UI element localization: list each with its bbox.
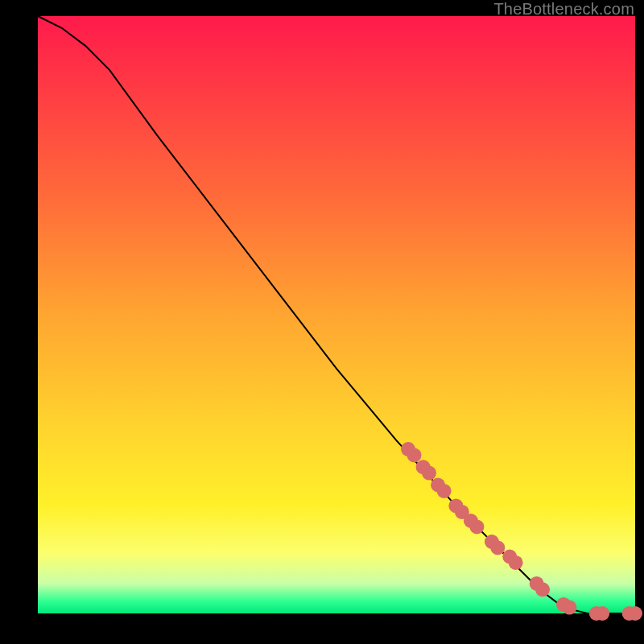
plot-area: [38, 16, 635, 613]
data-point: [422, 466, 436, 481]
data-point: [595, 606, 609, 621]
data-point: [535, 582, 550, 597]
data-point: [628, 606, 642, 621]
data-point: [407, 448, 422, 462]
data-point: [469, 519, 484, 534]
chart-frame: TheBottleneck.com: [0, 0, 644, 644]
data-point: [562, 601, 576, 615]
bottleneck-curve: [38, 16, 635, 613]
highlighted-points: [401, 442, 642, 621]
data-point: [509, 555, 523, 570]
data-point: [437, 484, 452, 498]
data-point: [490, 540, 505, 555]
chart-overlay: [38, 16, 635, 613]
